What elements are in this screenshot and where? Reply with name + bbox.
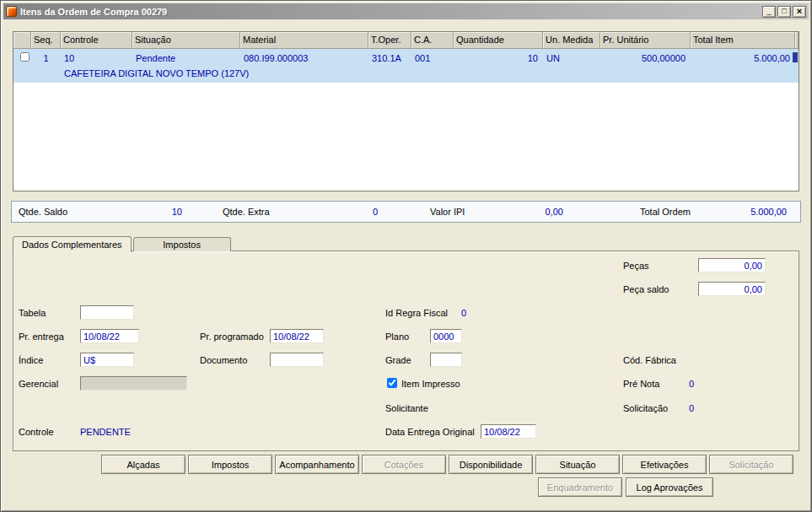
- column-header-controle[interactable]: Controle: [61, 32, 132, 49]
- cell-seq: 1: [31, 53, 61, 63]
- grade-label: Grade: [385, 355, 411, 365]
- item-description: CAFETEIRA DIGITAL NOVO TEMPO (127V): [13, 67, 799, 81]
- qtde-extra-label: Qtde. Extra: [223, 207, 270, 217]
- app-icon: [6, 6, 17, 17]
- peca-saldo-input[interactable]: [698, 282, 766, 296]
- situacao-button[interactable]: Situação: [535, 455, 620, 474]
- column-header-select[interactable]: [13, 32, 31, 49]
- disponibilidade-button[interactable]: Disponibilidade: [449, 455, 533, 474]
- acompanhamento-button[interactable]: Acompanhamento: [275, 455, 359, 474]
- cell-toper: 310.1A: [368, 53, 411, 63]
- cod-fabrica-label: Cód. Fábrica: [623, 355, 676, 365]
- tabela-input[interactable]: [80, 305, 134, 320]
- pr-entrega-label: Pr. entrega: [19, 331, 64, 342]
- tab-impostos[interactable]: Impostos: [133, 237, 231, 251]
- column-header-pr-unitario[interactable]: Pr. Unitário: [600, 32, 691, 49]
- pr-entrega-input[interactable]: [80, 329, 139, 343]
- pecas-label: Peças: [623, 261, 649, 271]
- column-header-toper[interactable]: T.Oper.: [368, 32, 411, 49]
- valor-ipi-label: Valor IPI: [430, 207, 465, 217]
- titlebar[interactable]: Itens da Ordem de Compra 00279 _ □ ×: [3, 3, 809, 19]
- cell-ca: 001: [411, 53, 454, 63]
- indice-label: Índice: [19, 355, 43, 365]
- column-header-material[interactable]: Material: [240, 32, 368, 49]
- item-impresso-checkbox[interactable]: [387, 378, 397, 388]
- column-header-filler: [795, 32, 799, 49]
- data-entrega-original-label: Data Entrega Original: [385, 427, 475, 437]
- solicitacao-label: Solicitação: [623, 403, 668, 413]
- plano-input[interactable]: [430, 329, 462, 343]
- pre-nota-value: 0: [689, 379, 694, 389]
- cell-pr-unitario: 500,00000: [600, 53, 691, 63]
- column-header-situacao[interactable]: Situação: [132, 32, 240, 49]
- log-aprovacoes-button[interactable]: Log Aprovações: [626, 477, 713, 497]
- indice-input[interactable]: [80, 353, 134, 367]
- minimize-button[interactable]: _: [762, 6, 776, 18]
- solicitacao-value: 0: [689, 403, 694, 413]
- pecas-input[interactable]: [698, 258, 766, 272]
- total-ordem-label: Total Ordem: [640, 207, 691, 217]
- minimize-icon: _: [763, 7, 775, 16]
- cotacoes-button: Cotações: [362, 455, 446, 474]
- grade-input[interactable]: [430, 353, 462, 367]
- documento-input[interactable]: [270, 353, 324, 367]
- cell-material: 080.I99.000003: [240, 53, 368, 63]
- solicitante-label: Solicitante: [385, 403, 428, 413]
- peca-saldo-label: Peça saldo: [623, 284, 669, 294]
- action-buttons-row1: Alçadas Impostos Acompanhamento Cotações…: [101, 455, 793, 474]
- enquadramento-button: Enquadramento: [538, 477, 622, 497]
- cell-total-item: 5.000,00: [691, 53, 795, 63]
- alcadas-button[interactable]: Alçadas: [101, 455, 186, 474]
- pre-nota-label: Pré Nota: [623, 379, 659, 389]
- cell-quantidade: 10: [454, 53, 543, 63]
- tabela-label: Tabela: [19, 308, 46, 318]
- data-entrega-original-input[interactable]: [481, 424, 536, 439]
- action-buttons-row2: Enquadramento Log Aprovações: [538, 477, 713, 497]
- window-controls: _ □ ×: [762, 6, 806, 18]
- documento-label: Documento: [200, 355, 247, 365]
- controle-label: Controle: [19, 427, 54, 437]
- pr-programado-input[interactable]: [270, 329, 324, 343]
- column-header-total-item[interactable]: Total Item: [691, 32, 795, 49]
- impostos-button[interactable]: Impostos: [188, 455, 272, 474]
- tabstrip: Dados Complementares Impostos: [13, 235, 799, 251]
- solicitacao-button: Solicitação: [709, 455, 793, 474]
- id-regra-fiscal-label: Id Regra Fiscal: [385, 308, 448, 318]
- maximize-icon: □: [778, 7, 790, 16]
- row-values: 1 10 Pendente 080.I99.000003 310.1A 001 …: [13, 49, 799, 67]
- selection-marker: [793, 52, 798, 62]
- gerencial-label: Gerencial: [19, 379, 58, 389]
- row-select-cell: [13, 52, 31, 63]
- row-checkbox[interactable]: [20, 52, 30, 62]
- close-icon: ×: [793, 7, 805, 16]
- dados-complementares-panel: Peças Peça saldo Tabela Id Regra Fiscal …: [13, 251, 799, 451]
- controle-value: PENDENTE: [80, 427, 131, 437]
- item-impresso-label: Item Impresso: [401, 379, 460, 389]
- qtde-extra-value: 0: [325, 207, 378, 217]
- cell-controle: 10: [61, 53, 132, 63]
- pr-programado-label: Pr. programado: [200, 331, 264, 342]
- cell-un-medida: UN: [543, 53, 600, 63]
- total-ordem-value: 5.000,00: [711, 207, 787, 217]
- summary-bar: Qtde. Saldo 10 Qtde. Extra 0 Valor IPI 0…: [11, 201, 801, 223]
- column-header-un-medida[interactable]: Un. Medida: [543, 32, 600, 49]
- table-row[interactable]: 1 10 Pendente 080.I99.000003 310.1A 001 …: [13, 49, 799, 83]
- window-title: Itens da Ordem de Compra 00279: [20, 7, 167, 17]
- close-button[interactable]: ×: [793, 6, 806, 18]
- column-header-quantidade[interactable]: Quantidade: [454, 32, 543, 49]
- tab-dados-complementares[interactable]: Dados Complementares: [13, 236, 132, 252]
- cell-situacao: Pendente: [132, 53, 240, 63]
- items-grid: Seq. Controle Situação Material T.Oper. …: [13, 31, 799, 191]
- efetivacoes-button[interactable]: Efetivações: [622, 455, 707, 474]
- purchase-order-items-window: Itens da Ordem de Compra 00279 _ □ × Seq…: [0, 0, 812, 512]
- valor-ipi-value: 0,00: [508, 207, 563, 217]
- column-header-seq[interactable]: Seq.: [31, 32, 61, 49]
- id-regra-fiscal-value: 0: [461, 308, 466, 318]
- maximize-button[interactable]: □: [777, 6, 791, 18]
- gerencial-input: [80, 376, 187, 391]
- grid-header: Seq. Controle Situação Material T.Oper. …: [13, 32, 799, 49]
- qtde-saldo-value: 10: [121, 207, 182, 217]
- qtde-saldo-label: Qtde. Saldo: [19, 207, 67, 217]
- column-header-ca[interactable]: C.A.: [411, 32, 454, 49]
- plano-label: Plano: [385, 331, 409, 342]
